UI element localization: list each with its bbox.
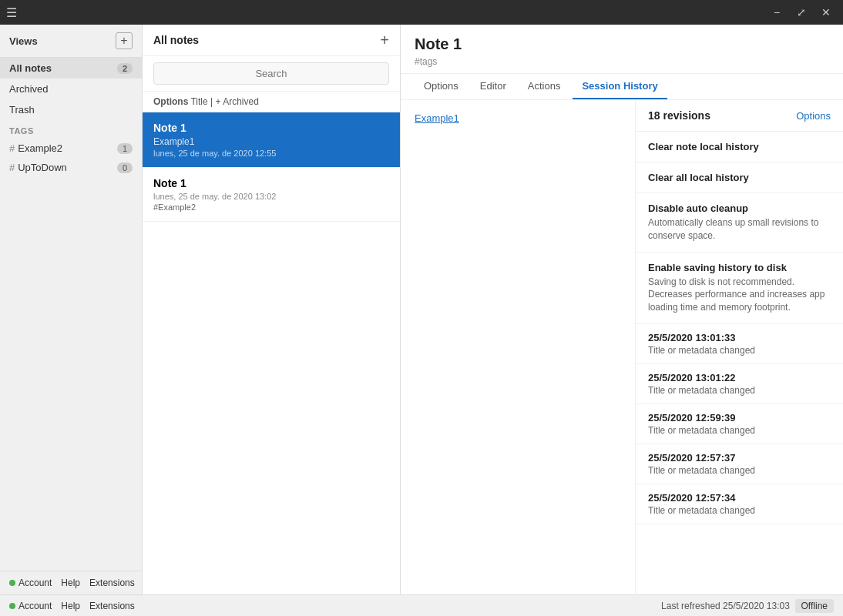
menu-icon[interactable]: ☰ — [6, 5, 17, 20]
note-item-1[interactable]: Note 1 lunes, 25 de may. de 2020 13:02 #… — [143, 168, 400, 222]
note-item-date: lunes, 25 de may. de 2020 13:02 — [153, 192, 389, 201]
notes-add-button[interactable]: + — [380, 32, 389, 48]
note-header: Note 1 #tags — [401, 25, 843, 74]
tag-name: UpToDown — [18, 162, 67, 173]
sidebar-tag-example2[interactable]: # Example2 1 — [0, 139, 142, 158]
history-items: Clear note local history Clear all local… — [636, 132, 843, 594]
action-title: Clear all local history — [648, 172, 831, 183]
status-account-link[interactable]: Account — [9, 601, 52, 611]
note-content-area: Example1 — [401, 100, 635, 594]
note-tabs: Options Editor Actions Session History — [401, 74, 843, 100]
offline-badge: Offline — [795, 599, 834, 613]
notes-list: All notes + Options Title | + Archived N… — [143, 25, 401, 594]
status-footer-links: Account Help Extensions — [9, 601, 135, 611]
revision-desc: Title or metadata changed — [648, 505, 831, 516]
revision-1[interactable]: 25/5/2020 13:01:22 Title or metadata cha… — [636, 364, 843, 404]
help-label: Help — [61, 578, 80, 588]
action-title: Enable saving history to disk — [648, 262, 831, 273]
close-button[interactable]: ✕ — [815, 2, 837, 23]
tag-count: 0 — [117, 162, 133, 173]
note-tags: #tags — [415, 56, 829, 67]
title-bar: ☰ − ⤢ ✕ — [0, 0, 843, 25]
note-item-0[interactable]: Note 1 Example1 lunes, 25 de may. de 202… — [143, 112, 400, 168]
history-action-enable-saving[interactable]: Enable saving history to disk Saving to … — [636, 253, 843, 324]
sidebar-item-trash[interactable]: Trash — [0, 99, 142, 120]
session-history-panel: 18 revisions Options Clear note local hi… — [635, 100, 843, 594]
sidebar-tag-uptodown[interactable]: # UpToDown 0 — [0, 158, 142, 177]
sidebar-item-archived[interactable]: Archived — [0, 79, 142, 99]
note-title: Note 1 — [415, 35, 829, 53]
status-help-label: Help — [61, 601, 80, 611]
sidebar-footer: Account Help Extensions — [0, 571, 142, 594]
extensions-label: Extensions — [89, 578, 135, 588]
note-item-title: Note 1 — [153, 122, 389, 134]
revision-desc: Title or metadata changed — [648, 345, 831, 356]
action-desc: Automatically cleans up small revisions … — [648, 216, 831, 243]
search-container — [143, 56, 400, 92]
maximize-button[interactable]: ⤢ — [791, 2, 812, 23]
sidebar: Views + All notes 2 Archived Trash Tags … — [0, 25, 143, 594]
tab-session-history[interactable]: Session History — [573, 74, 667, 99]
revision-date: 25/5/2020 12:59:39 — [648, 412, 831, 424]
sidebar-item-count: 2 — [117, 63, 133, 74]
account-link[interactable]: Account — [9, 578, 52, 588]
search-input[interactable] — [153, 62, 389, 85]
account-label: Account — [18, 578, 52, 588]
tag-hash-icon: # — [9, 162, 15, 173]
status-bar: Account Help Extensions Last refreshed 2… — [0, 594, 843, 616]
sidebar-item-label: Trash — [9, 104, 35, 116]
revision-date: 25/5/2020 12:57:34 — [648, 492, 831, 504]
note-body: Example1 18 revisions Options Clear note… — [401, 100, 843, 594]
action-desc: Saving to disk is not recommended. Decre… — [648, 276, 831, 314]
tags-section-label: Tags — [0, 120, 142, 139]
history-action-clear-note[interactable]: Clear note local history — [636, 132, 843, 162]
history-action-disable-cleanup[interactable]: Disable auto cleanup Automatically clean… — [636, 193, 843, 253]
main-content: Views + All notes 2 Archived Trash Tags … — [0, 25, 843, 594]
action-title: Disable auto cleanup — [648, 203, 831, 214]
notes-list-header: All notes + — [143, 25, 400, 56]
sidebar-item-label: Archived — [9, 83, 49, 95]
note-item-tag: #Example2 — [153, 203, 389, 212]
tab-editor[interactable]: Editor — [471, 74, 516, 99]
help-link[interactable]: Help — [61, 578, 80, 588]
minimize-button[interactable]: − — [766, 2, 788, 23]
options-link[interactable]: Options — [153, 96, 188, 107]
note-item-date: lunes, 25 de may. de 2020 12:55 — [153, 149, 389, 158]
note-area: Note 1 #tags Options Editor Actions Sess… — [401, 25, 843, 594]
extensions-link[interactable]: Extensions — [89, 578, 135, 588]
revision-desc: Title or metadata changed — [648, 425, 831, 436]
status-extensions-link[interactable]: Extensions — [89, 601, 135, 611]
tab-actions[interactable]: Actions — [519, 74, 570, 99]
revision-4[interactable]: 25/5/2020 12:57:34 Title or metadata cha… — [636, 484, 843, 524]
revision-desc: Title or metadata changed — [648, 465, 831, 476]
account-status-dot — [9, 580, 15, 586]
history-action-clear-all[interactable]: Clear all local history — [636, 162, 843, 193]
revision-2[interactable]: 25/5/2020 12:59:39 Title or metadata cha… — [636, 404, 843, 444]
revisions-count: 18 revisions — [648, 109, 710, 122]
options-sort-value: Title | + Archived — [190, 96, 258, 107]
tab-options[interactable]: Options — [415, 74, 468, 99]
sidebar-add-button[interactable]: + — [116, 32, 133, 49]
notes-list-title: All notes — [153, 34, 199, 46]
status-account-label: Account — [18, 601, 52, 611]
note-item-subtitle: Example1 — [153, 136, 389, 147]
history-options-button[interactable]: Options — [796, 110, 831, 122]
status-account-dot — [9, 603, 15, 609]
revision-0[interactable]: 25/5/2020 13:01:33 Title or metadata cha… — [636, 324, 843, 364]
sidebar-item-label: All notes — [9, 62, 52, 74]
note-content-link[interactable]: Example1 — [415, 112, 459, 124]
revision-3[interactable]: 25/5/2020 12:57:37 Title or metadata cha… — [636, 444, 843, 484]
sidebar-nav: All notes 2 Archived Trash Tags # Exampl… — [0, 58, 142, 571]
tag-count: 1 — [117, 143, 133, 154]
status-help-link[interactable]: Help — [61, 601, 80, 611]
tag-name: Example2 — [18, 142, 62, 154]
window-controls: − ⤢ ✕ — [766, 2, 837, 23]
revision-date: 25/5/2020 13:01:22 — [648, 372, 831, 383]
notes-options-bar: Options Title | + Archived — [143, 92, 400, 112]
sidebar-item-all-notes[interactable]: All notes 2 — [0, 58, 142, 79]
status-extensions-label: Extensions — [89, 601, 135, 611]
action-title: Clear note local history — [648, 141, 831, 152]
note-item-title: Note 1 — [153, 177, 389, 189]
last-refreshed-label: Last refreshed 25/5/2020 13:03 — [661, 601, 790, 611]
revision-desc: Title or metadata changed — [648, 385, 831, 396]
